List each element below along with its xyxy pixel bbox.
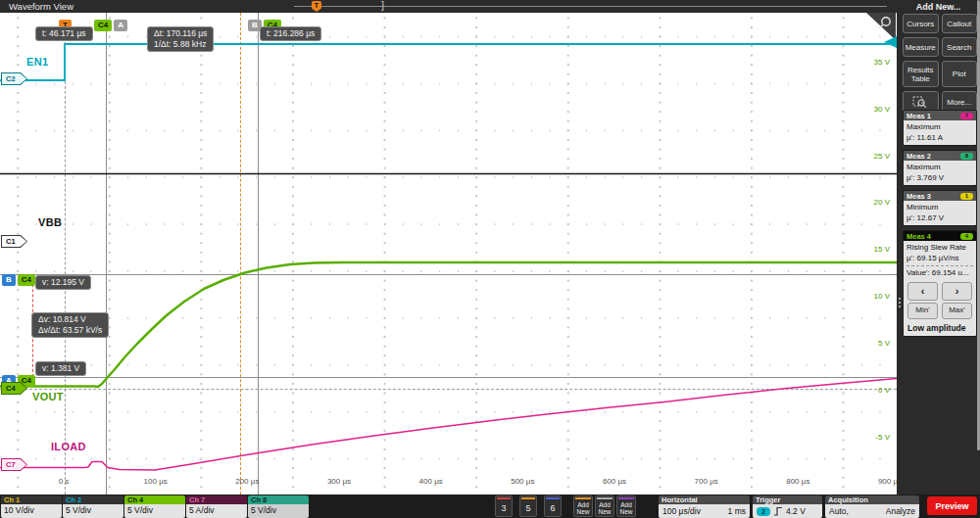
- waveform-plot[interactable]: T C4A BC4 t: 46.171 µs Δt: 170.116 µs 1/…: [0, 13, 897, 494]
- cursor-delta-volt-readout: Δv: 10.814 V Δv/Δt: 63.57 kV/s: [31, 312, 109, 338]
- search-button[interactable]: Search: [942, 37, 978, 57]
- add-new-bus-button[interactable]: Add New: [616, 495, 636, 517]
- record-expansion-bracket[interactable]: ]: [381, 0, 384, 12]
- horizontal-title: Horizontal: [659, 495, 750, 504]
- results-table-button[interactable]: Results Table: [903, 61, 939, 87]
- meas-2-panel[interactable]: Meas 2 8 Maximum µ': 3.769 V: [903, 150, 977, 186]
- horizontal-panel[interactable]: Horizontal 100 µs/div 1 ms: [659, 495, 750, 518]
- cursor-a-badges[interactable]: C4A: [94, 14, 129, 31]
- record-trigger-icon[interactable]: T: [312, 1, 321, 12]
- xaxis-200us: 200 µs: [235, 477, 259, 486]
- plot-button[interactable]: Plot: [942, 61, 978, 87]
- ch5-off-button[interactable]: 5: [519, 495, 537, 517]
- vcursor-b-badge[interactable]: B: [2, 274, 16, 286]
- meas-1-mean: µ': 11.61 A: [906, 133, 973, 144]
- titlebar: Waveform View ] T: [0, 0, 897, 14]
- yaxis-30v: 30 V: [874, 105, 890, 114]
- trace-canvas: [0, 13, 897, 494]
- trigger-title: Trigger: [753, 495, 822, 504]
- view-title: Waveform View: [9, 1, 74, 12]
- xaxis-700us: 700 µs: [695, 477, 718, 486]
- measure-button[interactable]: Measure: [903, 37, 939, 57]
- add-new-math-button[interactable]: Add New: [573, 495, 593, 517]
- yaxis-20v: 20 V: [874, 198, 890, 207]
- meas-2-mean: µ': 3.769 V: [906, 173, 973, 184]
- horizontal-scale: 100 µs/div: [662, 505, 701, 518]
- xaxis-0s: 0 s: [59, 477, 70, 486]
- add-new-ref-button[interactable]: Add New: [595, 495, 614, 517]
- ch3-off-button[interactable]: 3: [495, 495, 513, 517]
- zoom-area-icon: [912, 95, 928, 109]
- ch8-badge[interactable]: Ch 8 5 V/div: [248, 495, 309, 518]
- label-vout: VOUT: [32, 391, 64, 402]
- xaxis-800us: 800 µs: [786, 477, 809, 486]
- yaxis-5v: 5 V: [878, 339, 890, 348]
- ch6-off-button[interactable]: 6: [544, 495, 562, 517]
- ch1-badge[interactable]: Ch 1 10 V/div: [1, 495, 62, 518]
- cursor-a-volt-readout: v: 1.381 V: [35, 361, 86, 376]
- ch2-right-edge-marker[interactable]: [884, 36, 897, 48]
- acquisition-analyze: Analyze: [886, 505, 915, 518]
- ch7-badge[interactable]: Ch 7 5 A/div: [186, 495, 247, 518]
- meas-4-panel[interactable]: Meas 4 4 Rising Slew Rate µ': 69.15 µV/n…: [903, 230, 977, 337]
- yaxis-0v: 0 V: [878, 386, 890, 395]
- trace-vout[interactable]: [0, 262, 897, 387]
- cursors-button[interactable]: Cursors: [903, 14, 939, 33]
- xaxis-100us: 100 µs: [144, 477, 168, 486]
- meas-3-panel[interactable]: Meas 3 1 Minimum µ': 12.67 V: [903, 190, 977, 226]
- meas-4-min-button[interactable]: Min': [907, 303, 938, 319]
- cursor-b-time-readout: t: 216.286 µs: [260, 26, 321, 41]
- cursor-b-volt-readout: v: 12.195 V: [35, 275, 91, 290]
- trigger-panel[interactable]: Trigger 2 4.2 V: [753, 495, 822, 518]
- measurement-results: Meas 1 7 Maximum µ': 11.61 A Meas 2 8 Ma…: [903, 110, 977, 341]
- meas-3-type: Minimum: [906, 203, 973, 213]
- trace-en1[interactable]: [0, 44, 897, 80]
- ch2-name: Ch 2: [63, 495, 123, 504]
- meas-4-prev-button[interactable]: ‹: [907, 282, 938, 301]
- ch4-name: Ch 4: [124, 495, 185, 504]
- meas-1-type: Maximum: [906, 122, 973, 133]
- cursor-a-badge[interactable]: A: [114, 20, 127, 31]
- meas-4-max-button[interactable]: Max': [942, 303, 972, 319]
- meas-3-title: Meas 3: [906, 192, 931, 201]
- acquisition-panel[interactable]: Acquisition Auto, Analyze: [825, 495, 919, 518]
- vcursor-b-source-badge[interactable]: C4: [18, 274, 35, 286]
- xaxis-400us: 400 µs: [419, 477, 443, 486]
- meas-4-title: Meas 4: [906, 232, 931, 241]
- label-en1: EN1: [26, 56, 48, 68]
- ch3-color-stripe: [497, 497, 511, 499]
- cursor-delta-time-readout: Δt: 170.116 µs 1/Δt: 5.88 kHz: [147, 26, 214, 52]
- meas-4-status: Low amplitude: [906, 321, 973, 335]
- meas-3-mean: µ': 12.67 V: [906, 213, 973, 224]
- meas-2-title: Meas 2: [906, 152, 931, 161]
- ch8-scale: 5 V/div: [248, 504, 309, 518]
- yaxis-15v: 15 V: [874, 245, 890, 254]
- tekscope-app: Waveform View ] T T C4A BC4 t: [0, 0, 980, 518]
- ch2-badge[interactable]: Ch 2 5 V/div: [63, 495, 123, 518]
- trace-iload[interactable]: [0, 379, 897, 471]
- meas-2-type: Maximum: [906, 163, 973, 173]
- ch6-color-stripe: [546, 497, 560, 499]
- meas-4-next-button[interactable]: ›: [942, 282, 972, 301]
- acquisition-title: Acquisition: [825, 495, 919, 504]
- xaxis-300us: 300 µs: [327, 477, 351, 486]
- meas-1-source-badge: 7: [960, 113, 973, 119]
- xaxis-600us: 600 µs: [603, 477, 626, 486]
- label-iload: ILOAD: [51, 441, 86, 452]
- meas-1-title: Meas 1: [906, 112, 931, 120]
- settings-bar: Ch 1 10 V/div Ch 2 5 V/div Ch 4 5 V/div …: [0, 494, 980, 518]
- meas-4-type: Rising Slew Rate: [906, 243, 973, 254]
- meas-2-source-badge: 8: [960, 153, 973, 160]
- delta-t: Δt: 170.116 µs: [154, 28, 207, 39]
- yaxis-35v: 35 V: [874, 58, 890, 67]
- ch7-name: Ch 7: [186, 495, 247, 504]
- yaxis-25v: 25 V: [874, 152, 890, 161]
- vcursor-b-badges[interactable]: BC4: [2, 268, 37, 286]
- meas-3-source-badge: 1: [960, 193, 973, 200]
- callout-button[interactable]: Callout: [942, 14, 978, 33]
- cursor-a-source-badge[interactable]: C4: [94, 20, 112, 31]
- ch4-badge[interactable]: Ch 4 5 V/div: [124, 495, 185, 518]
- panel-drag-handle[interactable]: [897, 290, 902, 315]
- meas-1-panel[interactable]: Meas 1 7 Maximum µ': 11.61 A: [903, 110, 977, 146]
- preview-button[interactable]: Preview: [927, 496, 977, 515]
